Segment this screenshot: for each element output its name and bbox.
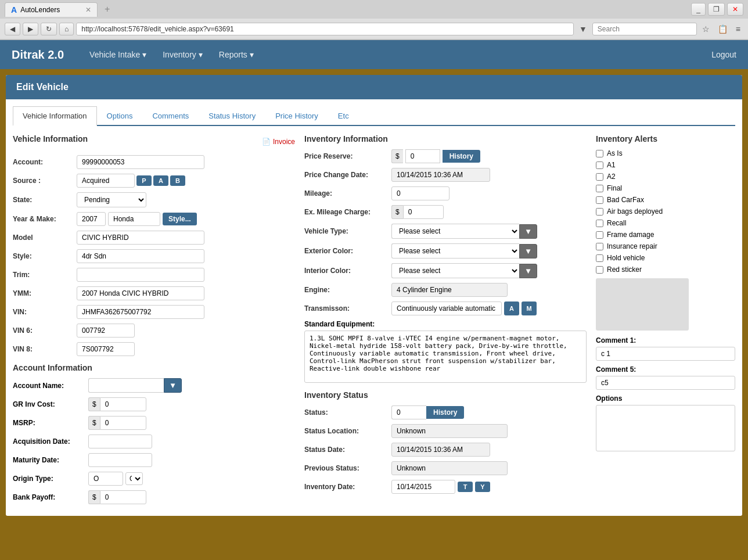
style-button[interactable]: Style... (163, 213, 197, 225)
status-location-input[interactable] (391, 424, 508, 438)
inv-t-button[interactable]: T (458, 482, 473, 492)
alert-insurance-repair-checkbox[interactable] (596, 243, 603, 250)
trans-m-button[interactable]: M (522, 301, 537, 315)
alert-final-checkbox[interactable] (596, 185, 603, 192)
std-equip-textarea[interactable] (304, 331, 587, 383)
status-input[interactable] (391, 405, 426, 419)
vehicle-type-dropdown-button[interactable]: ▼ (519, 224, 537, 239)
alert-bad-carfax-checkbox[interactable] (596, 196, 603, 204)
comment1-input[interactable] (596, 347, 735, 361)
alert-frame-damage-checkbox[interactable] (596, 231, 603, 239)
ymm-input[interactable] (77, 286, 204, 300)
origin-type-select[interactable]: OTA (125, 472, 143, 485)
status-date-input[interactable] (391, 443, 490, 457)
alert-recall-checkbox[interactable] (596, 220, 603, 227)
forward-button[interactable]: ▶ (23, 23, 38, 35)
source-a-button[interactable]: A (153, 175, 168, 186)
reload-button[interactable]: ↻ (41, 23, 57, 35)
comment1-label: Comment 1: (596, 336, 735, 344)
invoice-link[interactable]: 📄 Invoice (262, 138, 295, 146)
status-history-button[interactable]: History (426, 406, 464, 419)
acct-name-input[interactable] (88, 378, 164, 393)
acquisition-date-row: Acquisition Date: (13, 435, 295, 448)
price-reserve-history-button[interactable]: History (443, 150, 480, 163)
model-input[interactable] (77, 231, 204, 245)
tab-vehicle-information[interactable]: Vehicle Information (13, 106, 97, 126)
state-select[interactable]: Pending Active Sold Archived (77, 192, 146, 207)
nav-reports[interactable]: Reports ▾ (211, 40, 262, 69)
bookmark-button[interactable]: 📋 (715, 23, 731, 35)
make-input[interactable] (108, 212, 160, 226)
menu-button[interactable]: ≡ (733, 23, 743, 35)
gr-inv-cost-input[interactable] (100, 397, 146, 411)
mileage-input[interactable] (391, 186, 449, 200)
previous-status-input[interactable] (391, 461, 508, 475)
engine-input[interactable] (391, 283, 508, 297)
style-input[interactable] (77, 249, 204, 263)
nav-inventory[interactable]: Inventory ▾ (154, 40, 211, 69)
origin-type-input[interactable] (88, 472, 123, 486)
tab-status-history[interactable]: Status History (199, 106, 265, 126)
trans-a-button[interactable]: A (504, 301, 519, 315)
tab-options[interactable]: Options (97, 106, 143, 126)
right-column: Inventory Alerts As Is A1 (596, 134, 735, 509)
source-input[interactable] (77, 174, 135, 188)
dropdown-button[interactable]: ▼ (576, 23, 590, 35)
source-p-button[interactable]: P (136, 175, 152, 186)
msrp-input[interactable] (100, 416, 146, 430)
alert-red-sticker-checkbox[interactable] (596, 266, 603, 274)
back-button[interactable]: ◀ (5, 23, 20, 35)
address-bar[interactable] (76, 23, 574, 35)
year-input[interactable] (77, 212, 106, 226)
bank-payoff-input[interactable] (100, 490, 146, 504)
nav-vehicle-intake[interactable]: Vehicle Intake ▾ (81, 40, 154, 69)
tab-price-history[interactable]: Price History (265, 106, 328, 126)
logout-button[interactable]: Logout (711, 50, 736, 59)
maturity-date-input[interactable] (88, 453, 152, 467)
style-label: Style: (13, 252, 77, 260)
alert-as-is-checkbox[interactable] (596, 150, 603, 157)
alert-hold-vehicle-checkbox[interactable] (596, 254, 603, 262)
price-reserve-input[interactable] (405, 149, 440, 163)
comment5-input[interactable] (596, 376, 735, 390)
vehicle-type-select[interactable]: Please select (391, 224, 519, 239)
interior-color-select[interactable]: Please select (391, 263, 519, 278)
source-group: P A B (77, 174, 185, 188)
middle-column: Inventory Information Price Reserve: $ H… (304, 134, 587, 509)
exterior-color-select[interactable]: Please select (391, 243, 519, 259)
alert-a1-checkbox[interactable] (596, 161, 603, 169)
restore-button[interactable]: ❐ (708, 3, 725, 16)
transmission-input[interactable] (391, 301, 502, 315)
account-input[interactable] (77, 155, 204, 169)
state-row: State: Pending Active Sold Archived (13, 192, 295, 207)
close-button[interactable]: ✕ (727, 3, 743, 16)
alert-airbags-checkbox[interactable] (596, 208, 603, 216)
tab-etc[interactable]: Etc (328, 106, 359, 126)
acquisition-date-input[interactable] (88, 435, 152, 448)
trim-input[interactable] (77, 268, 204, 282)
source-b-button[interactable]: B (170, 175, 185, 186)
exterior-color-dropdown-button[interactable]: ▼ (519, 244, 537, 259)
tab-comments[interactable]: Comments (142, 106, 199, 126)
bank-payoff-label: Bank Payoff: (13, 493, 88, 501)
browser-tab[interactable]: A AutoLenders ✕ (5, 2, 98, 17)
vin6-input[interactable] (77, 324, 135, 338)
price-change-date-input[interactable] (391, 168, 490, 182)
star-button[interactable]: ☆ (699, 23, 713, 35)
home-button[interactable]: ⌂ (59, 23, 74, 35)
interior-color-dropdown-button[interactable]: ▼ (519, 264, 537, 278)
vin-input[interactable] (77, 305, 204, 319)
minimize-button[interactable]: _ (691, 3, 706, 16)
std-equip-label: Standard Equipment: (304, 320, 587, 328)
alert-a2-checkbox[interactable] (596, 173, 603, 181)
new-tab-button[interactable]: + (101, 4, 113, 15)
inv-y-button[interactable]: Y (475, 482, 490, 492)
vin8-row: VIN 8: (13, 342, 295, 356)
vin8-input[interactable] (77, 342, 135, 356)
browser-tab-close[interactable]: ✕ (85, 6, 91, 14)
inventory-date-input[interactable] (391, 480, 455, 494)
ex-mileage-input[interactable] (403, 205, 444, 219)
acct-name-dropdown-button[interactable]: ▼ (164, 378, 182, 393)
panel-body: Vehicle Information Options Comments Sta… (6, 99, 742, 516)
search-input[interactable] (592, 23, 697, 35)
